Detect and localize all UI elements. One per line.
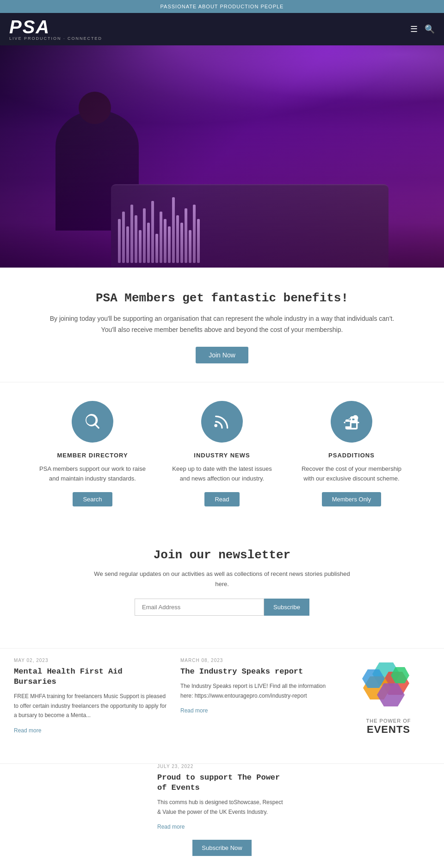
news-icon-circle bbox=[201, 401, 243, 443]
news-title: INDUSTRY NEWS bbox=[166, 452, 278, 459]
news-spacer bbox=[14, 764, 143, 831]
read-button[interactable]: Read bbox=[204, 492, 239, 506]
news-date-3: JULY 23, 2022 bbox=[157, 764, 287, 769]
feature-card-news: INDUSTRY NEWS Keep up to date with the l… bbox=[166, 401, 278, 506]
header: PSA LIVE PRODUCTION · CONNECTED ☰ 🔍 bbox=[0, 13, 444, 45]
news-third-row: JULY 23, 2022 Proud to support The Power… bbox=[14, 764, 430, 831]
power-events-label-2: EVENTS bbox=[367, 724, 410, 736]
psadditions-title: PSADDITIONS bbox=[296, 452, 407, 459]
newsletter-form: Subscribe bbox=[92, 599, 352, 616]
news-item-3: JULY 23, 2022 Proud to support The Power… bbox=[157, 764, 287, 831]
news-excerpt-2: The Industry Speaks report is LIVE! Find… bbox=[180, 681, 333, 700]
menu-icon[interactable]: ☰ bbox=[410, 24, 418, 34]
logo[interactable]: PSA LIVE PRODUCTION · CONNECTED bbox=[9, 18, 102, 41]
news-excerpt-3: This comms hub is designed toShowcase, R… bbox=[157, 798, 287, 817]
join-now-button[interactable]: Join Now bbox=[196, 347, 248, 363]
feature-card-psadditions: PSADDITIONS Recover the cost of your mem… bbox=[296, 401, 407, 506]
search-button[interactable]: Search bbox=[73, 492, 112, 506]
tagline: PASSIONATE ABOUT PRODUCTION PEOPLE bbox=[160, 4, 284, 9]
subscribe-button[interactable]: Subscribe bbox=[264, 599, 309, 616]
hex-grid bbox=[356, 658, 421, 713]
news-description: Keep up to date with the latest issues a… bbox=[166, 464, 278, 484]
members-section: PSA Members get fantastic benefits! By j… bbox=[0, 268, 444, 382]
news-date-2: MARCH 08, 2023 bbox=[180, 658, 333, 663]
news-item-1: MAY 02, 2023 Mental Health First Aid Bur… bbox=[14, 658, 166, 734]
power-events-label-1: THE POWER OF bbox=[366, 718, 411, 724]
power-events-svg bbox=[356, 658, 421, 713]
news-date-1: MAY 02, 2023 bbox=[14, 658, 166, 663]
members-title: PSA Members get fantastic benefits! bbox=[46, 291, 398, 306]
read-more-1[interactable]: Read more bbox=[14, 727, 41, 734]
psadditions-description: Recover the cost of your membership with… bbox=[296, 464, 407, 484]
subscribe-now-button[interactable]: Subscribe Now bbox=[192, 840, 251, 856]
read-more-3[interactable]: Read more bbox=[157, 824, 185, 830]
psadditions-icon-circle bbox=[331, 401, 372, 443]
news-headline-3: Proud to support The Power of Events bbox=[157, 773, 287, 793]
read-more-2[interactable]: Read more bbox=[180, 707, 208, 714]
newsletter-description: We send regular updates on our activitie… bbox=[92, 569, 352, 589]
gift-icon bbox=[342, 412, 361, 431]
newsletter-section: Join our newsletter We send regular upda… bbox=[0, 525, 444, 648]
directory-description: PSA members support our work to raise an… bbox=[37, 464, 148, 484]
email-input[interactable] bbox=[135, 599, 264, 616]
top-bar: PASSIONATE ABOUT PRODUCTION PEOPLE bbox=[0, 0, 444, 13]
members-only-button[interactable]: Members Only bbox=[322, 492, 382, 506]
hero-image bbox=[0, 45, 444, 268]
directory-icon-circle bbox=[72, 401, 113, 443]
news-excerpt-1: FREE MHFA training for freelancers Music… bbox=[14, 692, 166, 720]
rss-icon bbox=[213, 412, 231, 431]
news-spacer-2 bbox=[301, 764, 430, 831]
hero-overlay bbox=[0, 45, 444, 268]
logo-sub: LIVE PRODUCTION · CONNECTED bbox=[9, 36, 102, 41]
news-headline-1: Mental Health First Aid Bursaries bbox=[14, 667, 166, 687]
news-item-2: MARCH 08, 2023 The Industry Speaks repor… bbox=[180, 658, 333, 714]
header-icons: ☰ 🔍 bbox=[410, 24, 435, 34]
feature-cards: MEMBER DIRECTORY PSA members support our… bbox=[0, 382, 444, 525]
news-section: MAY 02, 2023 Mental Health First Aid Bur… bbox=[0, 648, 444, 754]
news-grid: MAY 02, 2023 Mental Health First Aid Bur… bbox=[14, 658, 430, 736]
search-icon[interactable]: 🔍 bbox=[425, 24, 435, 34]
news-section-third: JULY 23, 2022 Proud to support The Power… bbox=[0, 763, 444, 868]
directory-title: MEMBER DIRECTORY bbox=[37, 452, 148, 459]
feature-card-directory: MEMBER DIRECTORY PSA members support our… bbox=[37, 401, 148, 506]
news-headline-2: The Industry Speaks report bbox=[180, 667, 333, 677]
members-description: By joining today you'll be supporting an… bbox=[46, 313, 398, 336]
newsletter-title: Join our newsletter bbox=[92, 548, 352, 562]
search-icon bbox=[83, 412, 102, 431]
power-events-logo: THE POWER OF EVENTS bbox=[347, 658, 430, 736]
logo-psa: PSA bbox=[9, 18, 102, 36]
